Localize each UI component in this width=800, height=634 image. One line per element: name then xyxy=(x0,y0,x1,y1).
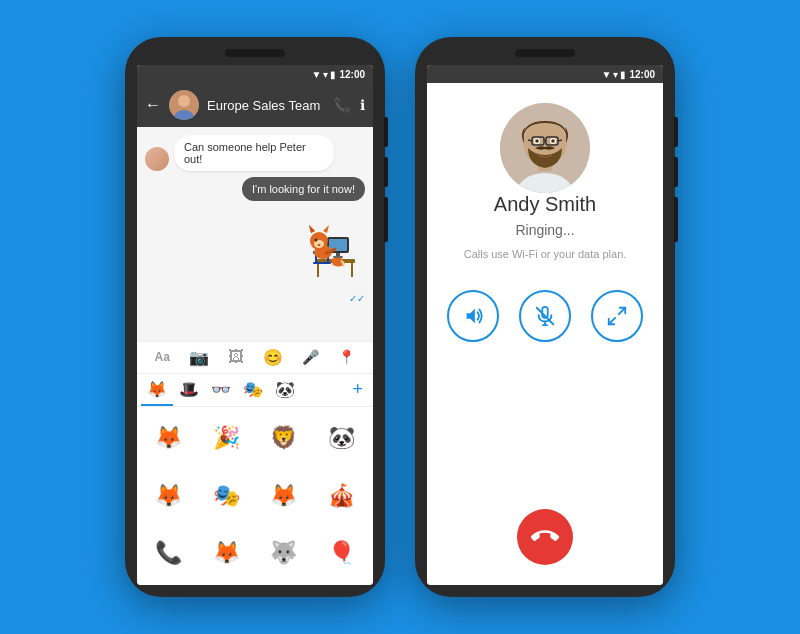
sticker-tab-4[interactable]: 🐼 xyxy=(269,374,301,406)
phone-speaker xyxy=(225,49,285,57)
incoming-message-1: Can someone help Peter out! xyxy=(145,135,365,171)
sticker-message xyxy=(145,207,365,287)
sticker-grid: 🦊 🎉 🦁 🐼 🦊 🎭 🦊 🎪 📞 🦊 🐺 🎈 xyxy=(137,407,373,586)
header-avatar xyxy=(169,90,199,120)
svg-rect-13 xyxy=(313,262,331,264)
speaker-button[interactable] xyxy=(447,290,499,342)
sticker-tab-1[interactable]: 🎩 xyxy=(173,374,205,406)
signal-icon: ▼ xyxy=(312,69,322,80)
outgoing-bubble: I'm looking for it now! xyxy=(242,177,365,201)
sticker-item[interactable]: 🦊 xyxy=(141,411,197,467)
vol-down-button[interactable] xyxy=(384,157,388,187)
svg-rect-5 xyxy=(351,263,353,277)
sticker-tab-bar: 🦊 🎩 👓 🎭 🐼 + xyxy=(137,374,373,407)
call-status-icons: ▼ ▾ ▮ xyxy=(602,69,627,80)
header-action-icons: 📞 ℹ xyxy=(333,97,365,113)
power-button-2[interactable] xyxy=(674,197,678,242)
emoji-button[interactable]: 😊 xyxy=(263,348,283,367)
camera-button[interactable]: 📷 xyxy=(189,348,209,367)
svg-point-1 xyxy=(178,95,190,107)
minimize-button[interactable] xyxy=(591,290,643,342)
call-signal-icon: ▼ xyxy=(602,69,612,80)
power-button[interactable] xyxy=(384,197,388,242)
image-button[interactable]: 🖼 xyxy=(228,348,244,366)
sticker-item[interactable]: 🦁 xyxy=(256,411,312,467)
sticker-tab-3[interactable]: 🎭 xyxy=(237,374,269,406)
status-bar: ▼ ▾ ▮ 12:00 xyxy=(137,65,373,83)
chat-toolbar: Aa 📷 🖼 😊 🎤 📍 xyxy=(137,341,373,373)
sticker-item[interactable]: 🐼 xyxy=(314,411,370,467)
svg-marker-35 xyxy=(467,309,475,324)
svg-rect-4 xyxy=(317,263,319,277)
right-phone: ▼ ▾ ▮ 12:00 xyxy=(415,37,675,597)
sticker-item[interactable]: 🎈 xyxy=(314,526,370,582)
svg-marker-17 xyxy=(309,225,315,233)
svg-point-20 xyxy=(315,239,318,242)
sticker-item[interactable]: 🦊 xyxy=(141,468,197,524)
status-icons: ▼ ▾ ▮ xyxy=(312,69,337,80)
call-screen: ▼ ▾ ▮ 12:00 xyxy=(427,65,663,585)
sticker-tab-0[interactable]: 🦊 xyxy=(141,374,173,406)
svg-line-41 xyxy=(609,318,615,324)
call-action-buttons xyxy=(447,290,643,342)
check-icon: ✓✓ xyxy=(349,293,365,304)
mute-button[interactable] xyxy=(519,290,571,342)
call-info-text: Calls use Wi-Fi or your data plan. xyxy=(464,248,627,260)
phone-call-icon[interactable]: 📞 xyxy=(333,97,350,113)
chat-title: Europe Sales Team xyxy=(207,98,325,113)
call-battery-icon: ▮ xyxy=(620,69,626,80)
phone-speaker-2 xyxy=(515,49,575,57)
sticker-item[interactable]: 🐺 xyxy=(256,526,312,582)
text-format-button[interactable]: Aa xyxy=(155,350,170,364)
messenger-header: ← Europe Sales Team 📞 ℹ xyxy=(137,83,373,127)
outgoing-message-1: I'm looking for it now! xyxy=(145,177,365,201)
incoming-text: Can someone help Peter out! xyxy=(184,141,306,165)
svg-point-28 xyxy=(535,139,539,143)
back-button[interactable]: ← xyxy=(145,96,161,114)
sticker-item[interactable]: 🎪 xyxy=(314,468,370,524)
vol-up-button[interactable] xyxy=(384,117,388,147)
sticker-item[interactable]: 🎉 xyxy=(199,411,255,467)
svg-line-33 xyxy=(528,140,532,141)
svg-line-34 xyxy=(558,140,562,141)
wifi-icon: ▾ xyxy=(323,69,328,80)
sticker-item[interactable]: 🦊 xyxy=(256,468,312,524)
svg-rect-8 xyxy=(336,253,340,256)
svg-line-40 xyxy=(619,308,625,314)
svg-point-29 xyxy=(551,139,555,143)
call-status-time: 12:00 xyxy=(629,69,655,80)
caller-avatar xyxy=(500,103,590,193)
call-status-bar: ▼ ▾ ▮ 12:00 xyxy=(427,65,663,83)
end-call-button[interactable] xyxy=(517,509,573,565)
fox-sticker xyxy=(285,207,365,287)
sender-avatar xyxy=(145,147,169,171)
svg-point-21 xyxy=(318,244,321,246)
location-button[interactable]: 📍 xyxy=(338,349,355,365)
status-time: 12:00 xyxy=(339,69,365,80)
sticker-panel: 🦊 🎩 👓 🎭 🐼 + 🦊 🎉 🦁 🐼 🦊 🎭 🦊 🎪 📞 🦊 🐺 xyxy=(137,373,373,586)
caller-name: Andy Smith xyxy=(494,193,596,216)
vol-down-button-2[interactable] xyxy=(674,157,678,187)
svg-marker-18 xyxy=(323,225,329,233)
call-status-label: Ringing... xyxy=(515,222,574,238)
sticker-item[interactable]: 🦊 xyxy=(199,526,255,582)
sticker-tab-2[interactable]: 👓 xyxy=(205,374,237,406)
message-status: ✓✓ xyxy=(145,293,365,304)
add-sticker-button[interactable]: + xyxy=(346,375,369,404)
call-content: Andy Smith Ringing... Calls use Wi-Fi or… xyxy=(427,83,663,585)
battery-icon: ▮ xyxy=(330,69,336,80)
sticker-item[interactable]: 🎭 xyxy=(199,468,255,524)
mic-button[interactable]: 🎤 xyxy=(302,349,319,365)
call-wifi-icon: ▾ xyxy=(613,69,618,80)
messenger-screen: ▼ ▾ ▮ 12:00 ← Europe Sales Team 📞 ℹ xyxy=(137,65,373,585)
outgoing-text: I'm looking for it now! xyxy=(252,183,355,195)
sticker-item[interactable]: 📞 xyxy=(141,526,197,582)
left-phone: ▼ ▾ ▮ 12:00 ← Europe Sales Team 📞 ℹ xyxy=(125,37,385,597)
info-icon[interactable]: ℹ xyxy=(360,97,365,113)
svg-rect-7 xyxy=(329,239,347,251)
chat-area: Can someone help Peter out! I'm looking … xyxy=(137,127,373,341)
incoming-bubble: Can someone help Peter out! xyxy=(174,135,334,171)
vol-up-button-2[interactable] xyxy=(674,117,678,147)
